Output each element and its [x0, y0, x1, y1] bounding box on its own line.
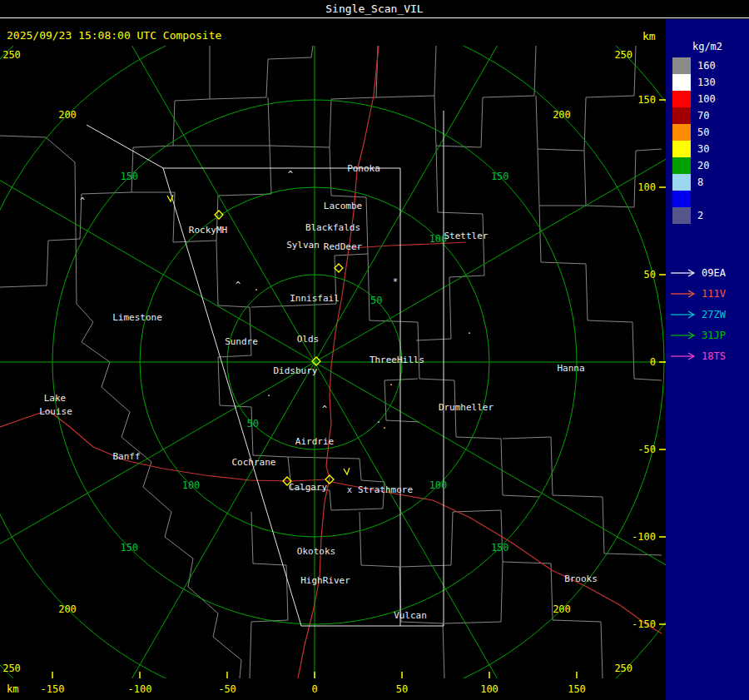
colorbar-swatch — [672, 74, 691, 91]
map-header: 2025/09/23 15:08:00 UTC Composite km — [0, 19, 666, 46]
colorbar-swatch — [672, 191, 691, 207]
track-arrow-icon — [670, 310, 697, 320]
radar-track-legend-item: 18TS — [670, 345, 726, 366]
track-arrow-icon — [670, 351, 697, 361]
county-boundary — [77, 304, 241, 678]
range-ring-label: 150 — [120, 542, 138, 554]
x-axis-tick — [314, 672, 315, 678]
y-axis-tick — [659, 449, 666, 450]
highway-line — [0, 410, 326, 481]
x-axis-tick-label: 150 — [558, 683, 595, 695]
range-ring-label: 150 — [491, 171, 509, 182]
city-label: Ponoka — [347, 163, 380, 174]
county-boundary — [270, 46, 378, 147]
colorbar-entry: 30 — [672, 141, 716, 157]
colorbar-swatch — [672, 91, 691, 107]
city-label: Airdrie — [295, 436, 334, 447]
radar-site-marker — [335, 264, 343, 272]
colorbar-swatch — [672, 57, 691, 74]
scan-timestamp: 2025/09/23 15:08:00 UTC Composite — [7, 29, 221, 42]
colorbar-entry: 50 — [672, 124, 716, 141]
track-arrow-icon — [670, 330, 697, 340]
x-axis-tick-label: 0 — [296, 683, 333, 695]
town-marker: ^ — [322, 405, 327, 414]
city-label: Brooks — [564, 573, 598, 584]
colorbar-entry: 8 — [672, 174, 716, 191]
y-axis-tick — [659, 536, 666, 538]
track-id: 18TS — [702, 350, 726, 362]
city-label: Okotoks — [297, 546, 335, 557]
town-marker: ^ — [236, 280, 241, 290]
city-label: Banff — [112, 451, 140, 462]
county-boundary — [376, 46, 436, 97]
legend-sidebar: kg/m2 1601301007050302082 09EA111V27ZW31… — [666, 19, 749, 700]
colorbar: 1601301007050302082 — [672, 57, 716, 224]
town-marker: ^ — [288, 170, 293, 179]
city-label: RockyMH — [189, 225, 227, 236]
x-axis-tick — [576, 672, 578, 678]
town-marker: x — [347, 485, 352, 494]
range-ring-label: 50 — [247, 418, 259, 429]
range-ring-label: 250 — [614, 49, 632, 61]
city-label: Stettler — [444, 231, 489, 241]
x-axis-tick — [401, 672, 403, 678]
radar-track-legend-item: 09EA — [670, 262, 726, 283]
colorbar-value: 70 — [697, 110, 709, 122]
colorbar-entry — [672, 191, 716, 207]
colorbar-swatch — [672, 174, 691, 191]
city-label: Innisfail — [290, 293, 340, 304]
y-axis-tick — [659, 186, 666, 188]
y-axis-tick-label: 100 — [637, 181, 656, 193]
county-boundary — [368, 254, 539, 497]
range-ring-label: 50 — [370, 295, 382, 306]
range-ring-label: 150 — [120, 171, 138, 182]
county-boundary — [434, 46, 536, 147]
range-ring-label: 250 — [614, 663, 632, 674]
window-title: Single_Scan_VIL — [325, 2, 423, 15]
town-marker: * — [393, 277, 398, 286]
city-label: RedDeer — [324, 241, 363, 252]
x-axis-unit-label: km — [7, 683, 18, 695]
y-axis-tick-label: -100 — [632, 531, 656, 543]
colorbar-value: 2 — [697, 210, 703, 221]
radar-map-canvas: 1502002505010015020025050100150200250100… — [0, 46, 666, 678]
y-axis-tick — [659, 361, 666, 363]
range-ring-label: 150 — [491, 542, 509, 554]
title-bar: Single_Scan_VIL — [0, 0, 749, 18]
city-label: Blackfalds — [305, 222, 360, 233]
x-axis-tick — [52, 672, 53, 678]
city-label: Louise — [39, 406, 72, 417]
colorbar-entry: 130 — [672, 74, 716, 91]
x-axis-tick-label: -100 — [122, 683, 158, 695]
track-id: 111V — [702, 288, 726, 300]
county-boundary — [538, 149, 586, 206]
city-label: ThreeHills — [370, 355, 424, 365]
colorbar-swatch — [672, 157, 691, 174]
colorbar-entry: 160 — [672, 57, 716, 74]
radar-track-legend-item: 31JP — [670, 325, 726, 345]
y-axis-tick-label: -50 — [637, 444, 656, 455]
city-label: Lake — [44, 393, 67, 404]
colorbar-value: 130 — [697, 77, 716, 88]
city-label: Calgary — [289, 482, 328, 493]
colorbar-swatch — [672, 141, 691, 157]
range-ring-label: 100 — [429, 479, 448, 491]
county-boundary — [539, 206, 662, 380]
colorbar-swatch — [672, 124, 691, 141]
county-boundary — [536, 46, 636, 151]
track-id: 27ZW — [702, 309, 726, 320]
colorbar-value: 50 — [697, 127, 709, 138]
track-id: 31JP — [702, 330, 726, 341]
radar-track-legend: 09EA111V27ZW31JP18TS — [670, 262, 726, 366]
y-axis-tick-label: 150 — [637, 94, 656, 106]
x-axis-tick-label: 100 — [471, 683, 508, 695]
y-axis-tick — [659, 99, 666, 101]
x-axis-tick-label: -150 — [34, 683, 71, 695]
city-label: Vulcan — [394, 610, 427, 621]
town-marker: · — [376, 418, 381, 427]
radar-map[interactable]: 1502002505010015020025050100150200250100… — [0, 46, 666, 678]
colorbar-value: 8 — [697, 176, 703, 188]
colorbar-entry: 2 — [672, 207, 716, 224]
colorbar-value: 20 — [697, 160, 709, 171]
city-label: Sundre — [225, 336, 258, 347]
